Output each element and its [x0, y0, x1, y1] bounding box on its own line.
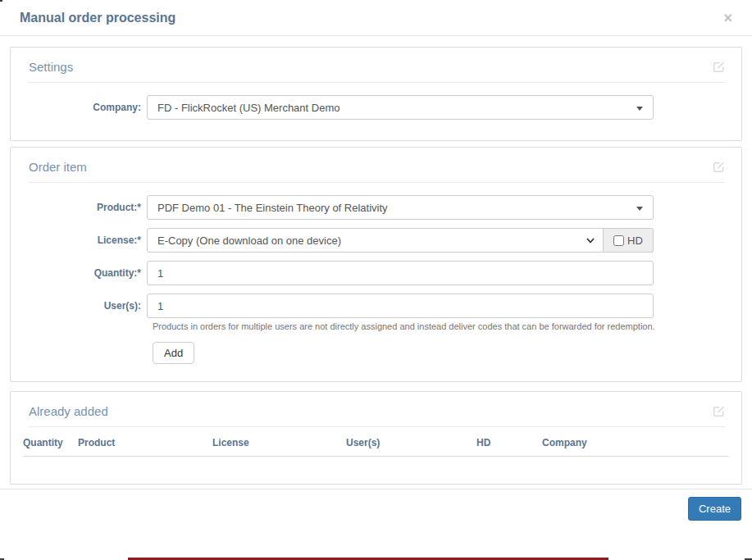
already-added-panel: Already added Quantity Product License U… [10, 391, 742, 485]
users-help-text: Products in orders for multiple users ar… [153, 321, 723, 332]
chevron-down-icon [636, 207, 643, 211]
company-select-value: FD - FlickRocket (US) Merchant Demo [157, 102, 340, 114]
hd-label: HD [627, 234, 643, 247]
product-label: Product:* [29, 195, 147, 220]
col-hd: HD [476, 427, 542, 457]
company-label: Company: [29, 95, 147, 120]
product-select[interactable]: PDF Demo 01 - The Einstein Theory of Rel… [147, 195, 654, 220]
users-input[interactable] [147, 294, 654, 318]
edit-icon[interactable] [713, 405, 725, 417]
col-license: License [212, 427, 346, 457]
table-header-row: Quantity Product License User(s) HD Comp… [23, 427, 729, 457]
already-added-table: Quantity Product License User(s) HD Comp… [23, 427, 729, 457]
create-button[interactable]: Create [688, 497, 741, 521]
order-item-heading: Order item [29, 160, 87, 174]
close-icon[interactable]: × [715, 11, 732, 25]
already-added-heading: Already added [29, 404, 108, 418]
product-select-value: PDF Demo 01 - The Einstein Theory of Rel… [157, 202, 388, 214]
edit-icon[interactable] [713, 161, 725, 173]
modal-header: Manual order processing × [0, 0, 752, 36]
modal-footer: Create [0, 489, 752, 528]
quantity-input[interactable] [147, 261, 654, 285]
page-behind-artifact-top-left [0, 0, 2, 2]
hd-addon: HD [604, 228, 654, 253]
license-select-value: E-Copy (One download on one device) [157, 234, 341, 247]
license-select[interactable]: E-Copy (One download on one device) [147, 228, 604, 253]
chevron-down-icon [636, 107, 643, 111]
modal-title: Manual order processing [20, 11, 715, 25]
users-label: User(s): [29, 294, 147, 318]
chevron-down-icon [586, 238, 595, 244]
col-quantity: Quantity [23, 427, 78, 457]
hd-checkbox[interactable] [613, 235, 624, 246]
settings-panel: Settings Company: FD - FlickRocket (US) … [10, 47, 742, 141]
edit-icon[interactable] [713, 61, 725, 73]
add-button[interactable]: Add [153, 342, 194, 364]
col-users: User(s) [346, 427, 476, 457]
company-select[interactable]: FD - FlickRocket (US) Merchant Demo [147, 95, 654, 120]
settings-heading: Settings [29, 60, 73, 74]
order-item-panel: Order item Product:* PDF Demo 01 - The E… [10, 147, 742, 382]
col-company: Company [542, 427, 729, 457]
col-product: Product [78, 427, 212, 457]
quantity-label: Quantity:* [29, 261, 147, 285]
license-label: License:* [29, 228, 147, 253]
